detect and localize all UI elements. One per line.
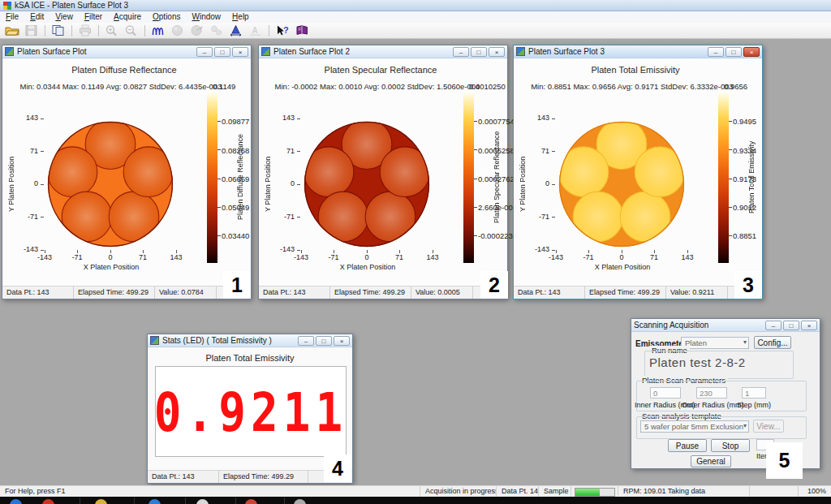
close-button[interactable]: × [232, 47, 248, 57]
sphere-icon [169, 24, 187, 37]
maximize-button[interactable]: □ [471, 47, 487, 57]
pause-button[interactable]: Pause [668, 439, 707, 452]
close-button[interactable]: × [489, 47, 505, 57]
x-tick: 71 [131, 253, 155, 261]
config-button[interactable]: Config... [754, 336, 791, 349]
menu-edit[interactable]: Edit [24, 11, 50, 23]
maximize-button[interactable]: □ [316, 336, 332, 346]
menu-window[interactable]: Window [187, 11, 227, 23]
maximize-button[interactable]: □ [783, 321, 799, 330]
window-platen-surface-plot: Platen Surface Plot – □ × Platen Diffuse… [2, 45, 252, 299]
app-titlebar[interactable]: kSA ICE - Platen Surface Plot 3 [0, 0, 831, 11]
status-spacer [750, 486, 799, 497]
stop-button[interactable]: Stop [711, 439, 750, 452]
y-tick: 0 [17, 179, 38, 187]
template-select: 5 wafer polar 5mm Exclusion [640, 420, 749, 433]
run-name-value: Platen test 2-8-2 [649, 355, 791, 369]
outer-radius-label: Outer Radius (mm) [682, 401, 744, 409]
toolbar-separator [71, 25, 72, 37]
platen-heatmap [301, 118, 433, 250]
progress-bar [575, 488, 615, 497]
maximize-button[interactable]: □ [214, 47, 230, 57]
minimize-button[interactable]: – [765, 321, 781, 330]
print-icon [76, 24, 94, 37]
y-tick: 71 [17, 147, 38, 155]
progress-fill [575, 489, 600, 496]
menu-options[interactable]: Options [147, 11, 186, 23]
menu-help[interactable]: Help [226, 11, 255, 23]
annotation-badge-2: 2 [480, 271, 508, 299]
toolbar-separator [45, 25, 45, 37]
status-zoom: 100% [799, 486, 831, 497]
window-stats-led: Stats (LED) ( Total Emissivity ) – □ × P… [147, 334, 353, 484]
plot-statusbar: Data Pt.: 143 Elapsed Time: 499.29 Value… [2, 286, 251, 299]
minimize-button[interactable]: – [708, 47, 724, 57]
status-acquisition: Acquisition in progress... [420, 486, 497, 497]
menu-acquire[interactable]: Acquire [108, 11, 147, 23]
y-tick: 143 [528, 114, 549, 122]
status-data-pt: Data Pt.: 143 [2, 286, 74, 299]
menu-filter[interactable]: Filter [79, 11, 108, 23]
taskbar-icon[interactable] [149, 499, 161, 504]
status-data-pt: Data Pt.: 143 [259, 286, 330, 299]
y-tick: 71 [273, 147, 295, 155]
taskbar-icon[interactable] [294, 499, 306, 504]
minimize-button[interactable]: – [196, 47, 213, 57]
y-tick: -143 [528, 245, 549, 253]
minimize-button[interactable]: – [453, 47, 469, 57]
colorbar-max-label: 0.1149 [213, 82, 235, 91]
context-help-icon[interactable]: ? [273, 24, 291, 37]
led-title: Platen Total Emissivity [148, 353, 352, 363]
plot-stats: Min: 0.0344 Max: 0.1149 Avg: 0.0827 StdD… [4, 82, 238, 91]
maximize-button[interactable]: □ [726, 47, 742, 57]
plot-title: Platen Diffuse Reflectance [11, 65, 238, 75]
zoom-in-icon [103, 24, 121, 37]
close-button[interactable]: × [334, 336, 350, 346]
taskbar-icon[interactable] [196, 499, 209, 504]
status-elapsed: Elapsed Time: 499.29 [74, 286, 155, 299]
manual-book-icon[interactable] [293, 24, 311, 37]
os-taskbar[interactable] [0, 497, 831, 504]
taskbar-icon[interactable] [42, 499, 54, 504]
status-progress-segment [571, 486, 618, 497]
taskbar-icon[interactable] [10, 499, 22, 504]
plot-window-icon [5, 47, 14, 56]
copy-icon[interactable] [50, 24, 67, 37]
x-tick: -143 [32, 253, 57, 261]
outer-radius-input: 230 [696, 387, 727, 398]
close-button[interactable]: × [801, 321, 817, 330]
minimize-button[interactable]: – [298, 336, 314, 346]
taskbar-icon[interactable] [245, 499, 257, 504]
menu-bar: File Edit View Filter Acquire Options Wi… [0, 11, 831, 23]
y-tick: -71 [528, 213, 549, 221]
window-titlebar[interactable]: Stats (LED) ( Total Emissivity ) – □ × [148, 334, 352, 347]
toolbar-separator [269, 25, 269, 37]
view-button: View... [753, 420, 784, 433]
window-titlebar[interactable]: Scanning Acquisition – □ × [631, 319, 820, 332]
y-axis-label: Y Platen Position [519, 118, 528, 250]
plot-stats: Min: -0.0002 Max: 0.0010 Avg: 0.0002 Std… [260, 82, 494, 91]
status-rpm: RPM: 109.01 Taking data [618, 486, 750, 497]
window-titlebar[interactable]: Platen Surface Plot – □ × [2, 45, 251, 58]
y-tick: 143 [273, 114, 295, 122]
menu-file[interactable]: File [0, 11, 24, 23]
window-titlebar[interactable]: Platen Surface Plot 3 – □ × [514, 45, 762, 58]
colorbar-max-label: 0.9656 [724, 82, 747, 91]
taskbar-icon[interactable] [95, 499, 107, 504]
plot-window-icon [516, 47, 525, 56]
status-data-pt: Data Pt.: 143 [148, 471, 219, 483]
window-platen-surface-plot-2: Platen Surface Plot 2 – □ × Platen Specu… [258, 45, 508, 299]
status-elapsed: Elapsed Time: 499.29 [219, 471, 308, 483]
window-titlebar[interactable]: Platen Surface Plot 2 – □ × [259, 45, 507, 58]
emissometer-select[interactable]: Platen [681, 337, 749, 349]
y-tick: 0 [528, 179, 549, 187]
menu-view[interactable]: View [50, 11, 79, 23]
y-tick: -143 [17, 245, 38, 253]
general-button[interactable]: General [691, 455, 731, 467]
app-title: kSA ICE - Platen Surface Plot 3 [15, 1, 128, 10]
close-button[interactable]: × [743, 47, 760, 57]
open-icon[interactable] [3, 24, 21, 37]
measure-tool-icon[interactable] [227, 24, 245, 37]
scan-profile-icon[interactable] [149, 24, 167, 37]
colorbar-max-label: 0.0010250 [469, 82, 506, 91]
